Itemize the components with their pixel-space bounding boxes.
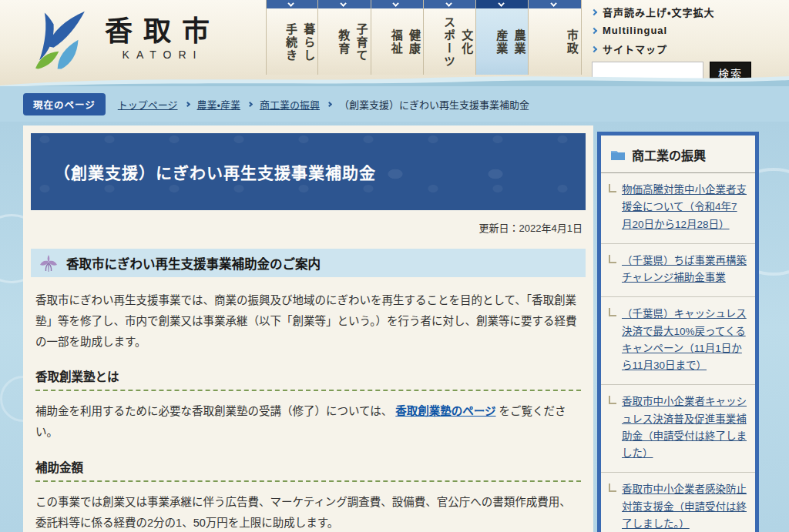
sidebar-item: 香取市中小企業者キャッシュレス決済普及促進事業補助金（申請受付は終了しました） bbox=[601, 385, 755, 473]
corner-bullet-icon bbox=[609, 308, 616, 316]
chevron-down-icon bbox=[340, 0, 346, 6]
breadcrumb-link-top[interactable]: トップページ bbox=[118, 97, 178, 112]
nav-item-kenko[interactable]: 健康 福祉 bbox=[371, 0, 424, 75]
site-name-en: KATORI bbox=[105, 49, 220, 61]
site-logo-text: 香取市 KATORI bbox=[105, 16, 220, 61]
page-title: （創業支援）にぎわい再生支援事業補助金 bbox=[54, 160, 376, 183]
site-name: 香取市 bbox=[105, 16, 220, 47]
breadcrumb-current: （創業支援）にぎわい再生支援事業補助金 bbox=[339, 97, 529, 112]
chevron-down-icon bbox=[393, 0, 399, 6]
nav-item-label: 農業 産業 bbox=[476, 8, 528, 73]
breadcrumb-link-shokogyo[interactable]: 商工業の振興 bbox=[260, 97, 320, 112]
main-content: （創業支援）にぎわい再生支援事業補助金 更新日：2022年4月1日 香取市にぎわ… bbox=[23, 125, 593, 532]
iris-flower-icon bbox=[39, 253, 59, 273]
corner-bullet-icon bbox=[609, 483, 616, 492]
corner-bullet-icon bbox=[609, 396, 616, 404]
page-body: （創業支援）にぎわい再生支援事業補助金 更新日：2022年4月1日 香取市にぎわ… bbox=[0, 122, 789, 532]
related-links-sidebar: 商工業の振興 物価高騰対策中小企業者支援金について（令和4年7月20日から12月… bbox=[597, 132, 759, 532]
breadcrumb: 現在のページ トップページ 農業・産業 商工業の振興 （創業支援）にぎわい再生支… bbox=[0, 86, 789, 122]
link-multilingual[interactable]: Multilingual bbox=[592, 25, 784, 36]
chevron-right-icon bbox=[591, 45, 597, 52]
site-header: 香取市 KATORI 暮らし 手続き 子育て 教育 健康 福祉 文化 スポーツ … bbox=[0, 0, 789, 86]
nav-item-label: 健康 福祉 bbox=[371, 8, 423, 73]
nav-item-shisei[interactable]: 市政 bbox=[529, 0, 581, 75]
chevron-right-icon bbox=[327, 101, 332, 106]
katori-iris-logo-icon bbox=[26, 6, 94, 71]
chevron-down-icon bbox=[445, 0, 452, 6]
updated-date: 更新日：2022年4月1日 bbox=[31, 220, 583, 235]
sidebar-item: 香取市中小企業者感染防止対策支援金（申請受付は終了しました。） bbox=[601, 473, 755, 532]
header-wave-decoration bbox=[0, 70, 789, 87]
current-page-badge: 現在のページ bbox=[23, 93, 106, 115]
site-logo[interactable]: 香取市 KATORI bbox=[26, 6, 220, 71]
section-heading: 香取市にぎわい再生支援事業補助金のご案内 bbox=[66, 254, 321, 273]
sidebar-link-cashless-hojokin[interactable]: 香取市中小企業者キャッシュレス決済普及促進事業補助金（申請受付は終了しました） bbox=[622, 393, 747, 462]
sidebar-link-bukka-koto[interactable]: 物価高騰対策中小企業者支援金について（令和4年7月20日から12月28日） bbox=[622, 182, 747, 233]
nav-item-label: 暮らし 手続き bbox=[267, 8, 317, 73]
page-title-banner: （創業支援）にぎわい再生支援事業補助金 bbox=[31, 133, 586, 210]
corner-bullet-icon bbox=[609, 255, 616, 263]
nav-item-bunka[interactable]: 文化 スポーツ bbox=[424, 0, 476, 75]
nav-item-kosodate[interactable]: 子育て 教育 bbox=[318, 0, 371, 75]
sidebar-title: 商工業の振興 bbox=[632, 146, 706, 164]
global-nav: 暮らし 手続き 子育て 教育 健康 福祉 文化 スポーツ 農業 産業 市政 bbox=[266, 0, 582, 75]
nav-item-kurashi[interactable]: 暮らし 手続き bbox=[266, 0, 318, 75]
amount-paragraph: この事業では創業又は事業承継に伴う広告費、マーケティング調査費、設備費、官公庁へ… bbox=[31, 492, 586, 532]
nav-item-label: 文化 スポーツ bbox=[424, 8, 475, 73]
chevron-down-icon bbox=[287, 0, 294, 6]
sidebar-header: 商工業の振興 bbox=[601, 136, 755, 173]
heading-hojo-kingaku: 補助金額 bbox=[35, 458, 581, 482]
sidebar-link-kansen-boshi[interactable]: 香取市中小企業者感染防止対策支援金（申請受付は終了しました。） bbox=[622, 481, 747, 532]
nav-item-label: 市政 bbox=[529, 8, 580, 73]
link-sitemap[interactable]: サイトマップ bbox=[592, 42, 784, 56]
corner-bullet-icon bbox=[609, 184, 616, 192]
folder-icon bbox=[610, 149, 626, 161]
sidebar-item: （千葉県）キャッシュレス決済で最大10%戻ってくるキャンペーン（11月1日から1… bbox=[601, 297, 755, 385]
sidebar-link-cashless-campaign[interactable]: （千葉県）キャッシュレス決済で最大10%戻ってくるキャンペーン（11月1日から1… bbox=[622, 306, 747, 374]
section-heading-bar: 香取市にぎわい再生支援事業補助金のご案内 bbox=[31, 249, 586, 277]
chevron-right-icon bbox=[591, 27, 597, 33]
nav-item-label: 子育て 教育 bbox=[318, 8, 370, 73]
chevron-right-icon bbox=[184, 101, 190, 106]
juku-paragraph: 補助金を利用するために必要な香取創業塾の受講（修了）については、 香取創業塾のペ… bbox=[31, 401, 586, 443]
nav-item-nogyo-active[interactable]: 農業 産業 bbox=[476, 0, 529, 75]
chevron-down-icon bbox=[550, 0, 556, 6]
breadcrumb-link-nogyo[interactable]: 農業・産業 bbox=[197, 97, 240, 112]
chevron-right-icon bbox=[591, 8, 597, 15]
chevron-down-icon bbox=[498, 0, 504, 6]
intro-paragraph: 香取市にぎわい再生支援事業では、商業の振興及び地域のにぎわいを再生することを目的… bbox=[31, 290, 586, 352]
chevron-right-icon bbox=[247, 101, 253, 106]
sidebar-item: 物価高騰対策中小企業者支援金について（令和4年7月20日から12月28日） bbox=[601, 173, 755, 244]
link-voice-textsize[interactable]: 音声読み上げ・文字拡大 bbox=[592, 5, 784, 19]
sidebar-link-chiba-saikochiku[interactable]: （千葉県）ちば事業再構築チャレンジ補助金事業 bbox=[622, 253, 747, 287]
sidebar-item: （千葉県）ちば事業再構築チャレンジ補助金事業 bbox=[601, 244, 755, 298]
katori-juku-page-link[interactable]: 香取創業塾のページ bbox=[395, 405, 495, 417]
heading-katori-juku: 香取創業塾とは bbox=[35, 367, 581, 391]
